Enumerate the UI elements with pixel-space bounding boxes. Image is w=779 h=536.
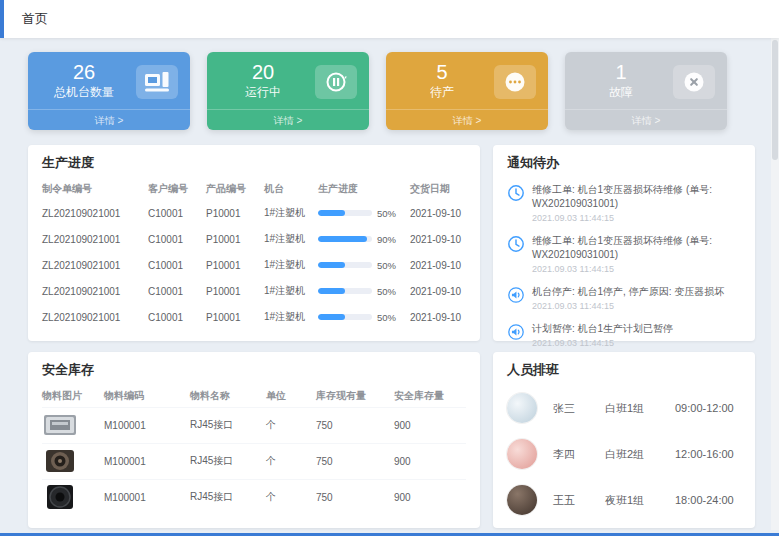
table-row[interactable]: M100001 RJ45接口 个 750 900 [42, 479, 466, 515]
notice-item[interactable]: 机台停产: 机台1停产, 停产原因: 变压器损坏 2021.09.03 11:4… [507, 280, 741, 317]
product-no-cell: P10001 [206, 200, 264, 226]
safety-qty-cell: 900 [394, 479, 466, 515]
stat-card-running[interactable]: 20 运行中 详情 > [207, 52, 369, 130]
column-header: 交货日期 [410, 178, 466, 200]
production-progress-panel: 生产进度 制令单编号 客户编号 产品编号 机台 生产进度 交货日期 [28, 145, 480, 341]
dashboard-page: 首页 26 总机台数量 详情 > 20 运行中 [0, 0, 779, 536]
schedule-row[interactable]: 李四 白班2组 12:00-16:00 [507, 431, 741, 477]
stat-card-total-machines[interactable]: 26 总机台数量 详情 > [28, 52, 190, 130]
schedule-row[interactable]: 张三 白班1组 09:00-12:00 [507, 385, 741, 431]
material-image-cell [42, 479, 104, 515]
person-time: 12:00-16:00 [675, 448, 734, 460]
notice-item[interactable]: 维修工单: 机台1变压器损坏待维修 (单号: WX202109031001) 2… [507, 229, 741, 280]
panel-title: 通知待办 [507, 154, 741, 172]
person-shift: 白班2组 [605, 447, 675, 462]
progress-label: 50% [377, 260, 396, 271]
stat-card-waiting[interactable]: 5 待产 详情 > [386, 52, 548, 130]
panel-title: 人员排班 [507, 361, 741, 379]
material-code-cell: M100001 [104, 443, 190, 479]
delivery-date-cell: 2021-09-10 [410, 226, 466, 252]
details-link[interactable]: 详情 > [386, 109, 548, 130]
delivery-date-cell: 2021-09-10 [410, 278, 466, 304]
order-no-cell: ZL202109021001 [42, 252, 148, 278]
running-icon [315, 65, 357, 99]
panel-title: 安全库存 [42, 361, 466, 379]
progress-label: 50% [377, 312, 396, 323]
unit-cell: 个 [266, 407, 316, 443]
machine-icon [136, 65, 178, 99]
progress-bar [318, 210, 372, 216]
notice-body: 维修工单: 机台1变压器损坏待维修 (单号: WX202109031001) 2… [532, 234, 741, 274]
details-link[interactable]: 详情 > [207, 109, 369, 130]
scrollbar-thumb[interactable] [772, 40, 778, 160]
stat-card-main: 5 待产 [386, 61, 498, 101]
scrollbar[interactable] [771, 38, 779, 530]
schedule-row[interactable]: 王五 夜班1组 18:00-24:00 [507, 477, 741, 523]
progress-bar [318, 314, 372, 320]
speaker-icon [507, 286, 525, 304]
progress-cell: 50% [318, 278, 410, 304]
column-header: 单位 [266, 385, 316, 407]
stat-card-main: 1 故障 [565, 61, 677, 101]
column-header: 库存现有量 [316, 385, 394, 407]
person-shift: 白班1组 [605, 401, 675, 416]
notice-body: 计划暂停: 机台1生产计划已暂停 2021.09.03 11:44:15 [532, 322, 673, 348]
person-time: 09:00-12:00 [675, 402, 734, 414]
delivery-date-cell: 2021-09-10 [410, 200, 466, 226]
table-row[interactable]: ZL202109021001 C10001 P10001 1#注塑机 50% 2… [42, 200, 466, 226]
table-row[interactable]: ZL202109021001 C10001 P10001 1#注塑机 50% 2… [42, 278, 466, 304]
on-hand-cell: 750 [316, 479, 394, 515]
table-row[interactable]: M100001 RJ45接口 个 750 900 [42, 407, 466, 443]
table-row[interactable]: M100001 RJ45接口 个 750 900 [42, 443, 466, 479]
table-row[interactable]: ZL202109021001 C10001 P10001 1#注塑机 50% 2… [42, 304, 466, 330]
speaker-photo [42, 484, 78, 510]
person-name: 张三 [553, 401, 605, 416]
material-name-cell: RJ45接口 [190, 407, 266, 443]
column-header: 客户编号 [148, 178, 206, 200]
column-header: 安全库存量 [394, 385, 466, 407]
column-header: 物料名称 [190, 385, 266, 407]
stat-card-main: 26 总机台数量 [28, 61, 140, 101]
notice-time: 2021.09.03 11:44:15 [532, 338, 673, 348]
machine-cell: 1#注塑机 [264, 252, 318, 278]
stat-card-fault[interactable]: 1 故障 详情 > [565, 52, 727, 130]
clock-icon [507, 184, 525, 202]
machine-cell: 1#注塑机 [264, 226, 318, 252]
notice-text: 维修工单: 机台1变压器损坏待维修 (单号: WX202109031001) [532, 183, 741, 211]
main-area: 生产进度 制令单编号 客户编号 产品编号 机台 生产进度 交货日期 [28, 145, 755, 528]
unit-cell: 个 [266, 443, 316, 479]
notice-time: 2021.09.03 11:44:15 [532, 213, 741, 223]
customer-no-cell: C10001 [148, 200, 206, 226]
stat-label: 总机台数量 [28, 84, 140, 101]
stat-label: 运行中 [207, 84, 319, 101]
material-code-cell: M100001 [104, 407, 190, 443]
avatar [507, 439, 537, 469]
table-row[interactable]: ZL202109021001 C10001 P10001 1#注塑机 50% 2… [42, 252, 466, 278]
on-hand-cell: 750 [316, 443, 394, 479]
progress-cell: 50% [318, 304, 410, 330]
safety-stock-panel: 安全库存 物料图片 物料编码 物料名称 单位 库存现有量 安全库存量 [28, 352, 480, 528]
panel-title: 生产进度 [42, 154, 466, 172]
machine-cell: 1#注塑机 [264, 304, 318, 330]
material-code-cell: M100001 [104, 479, 190, 515]
notice-text: 机台停产: 机台1停产, 停产原因: 变压器损坏 [532, 285, 724, 299]
page-title: 首页 [22, 10, 48, 28]
topbar: 首页 [0, 0, 779, 38]
notice-body: 机台停产: 机台1停产, 停产原因: 变压器损坏 2021.09.03 11:4… [532, 285, 724, 311]
details-link[interactable]: 详情 > [28, 109, 190, 130]
customer-no-cell: C10001 [148, 278, 206, 304]
notice-item[interactable]: 维修工单: 机台1变压器损坏待维修 (单号: WX202109031001) 2… [507, 178, 741, 229]
table-row[interactable]: ZL202109021001 C10001 P10001 1#注塑机 90% 2… [42, 226, 466, 252]
notice-body: 维修工单: 机台1变压器损坏待维修 (单号: WX202109031001) 2… [532, 183, 741, 223]
avatar [507, 393, 537, 423]
avatar [507, 485, 537, 515]
tools-icon [673, 65, 715, 99]
person-name: 李四 [553, 447, 605, 462]
person-shift: 夜班1组 [605, 493, 675, 508]
safety-qty-cell: 900 [394, 443, 466, 479]
details-link[interactable]: 详情 > [565, 109, 727, 130]
column-header: 机台 [264, 178, 318, 200]
safety-qty-cell: 900 [394, 407, 466, 443]
order-no-cell: ZL202109021001 [42, 226, 148, 252]
notice-item[interactable]: 计划暂停: 机台1生产计划已暂停 2021.09.03 11:44:15 [507, 317, 741, 354]
